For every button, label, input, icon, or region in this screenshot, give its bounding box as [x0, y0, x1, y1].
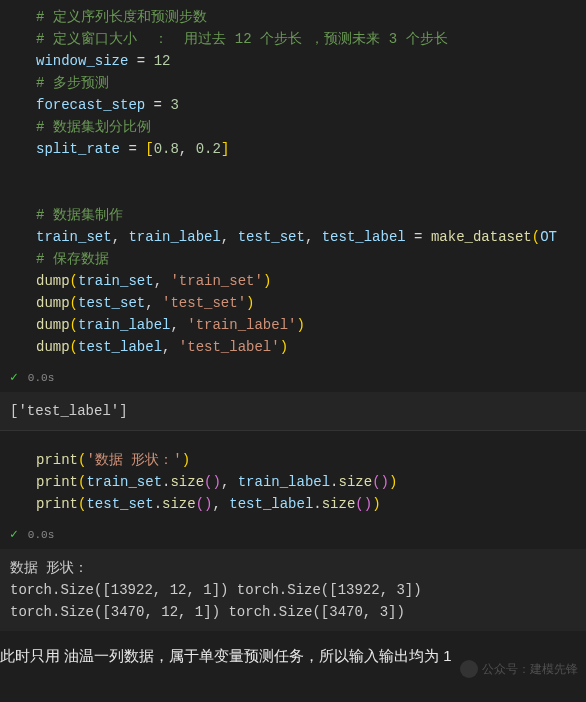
fn-print: print: [36, 452, 78, 468]
code-cell-1[interactable]: # 定义序列长度和预测步数 # 定义窗口大小 ： 用过去 12 个步长 ，预测未…: [0, 0, 586, 364]
code-cell-2[interactable]: print('数据 形状：') print(train_set.size(), …: [0, 431, 586, 521]
comment-line: # 定义序列长度和预测步数: [36, 9, 207, 25]
comment-line: # 数据集制作: [36, 207, 123, 223]
exec-time: 0.0s: [28, 367, 54, 389]
comment-line: # 定义窗口大小 ： 用过去 12 个步长 ，预测未来 3 个步长: [36, 31, 448, 47]
comment-line: # 多步预测: [36, 75, 109, 91]
fn-dump: dump: [36, 295, 70, 311]
fn-dump: dump: [36, 317, 70, 333]
cell-status-bar: ✓ 0.0s: [0, 521, 586, 549]
fn-dump: dump: [36, 339, 70, 355]
watermark: 公众号：建模先锋: [460, 658, 578, 680]
check-icon: ✓: [10, 524, 18, 546]
comment-line: # 保存数据: [36, 251, 109, 267]
watermark-icon: [460, 660, 478, 678]
cell-output-2: 数据 形状： torch.Size([13922, 12, 1]) torch.…: [0, 549, 586, 631]
cell-status-bar: ✓ 0.0s: [0, 364, 586, 392]
comment-line: # 数据集划分比例: [36, 119, 151, 135]
fn-dump: dump: [36, 273, 70, 289]
exec-time: 0.0s: [28, 524, 54, 546]
var-window-size: window_size: [36, 53, 128, 69]
var-split-rate: split_rate: [36, 141, 120, 157]
check-icon: ✓: [10, 367, 18, 389]
cell-output-1: ['test_label']: [0, 392, 586, 430]
fn-make-dataset: make_dataset: [431, 229, 532, 245]
var-forecast-step: forecast_step: [36, 97, 145, 113]
